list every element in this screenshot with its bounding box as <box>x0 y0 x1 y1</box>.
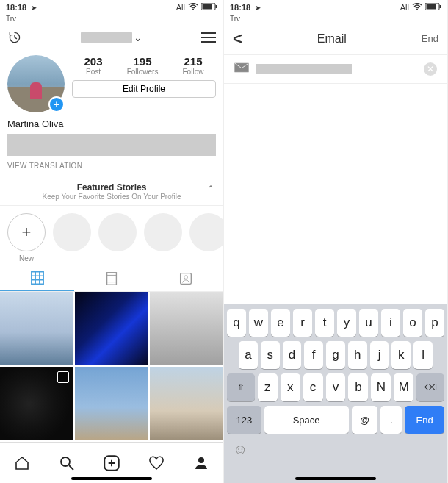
key-a[interactable]: a <box>239 341 258 369</box>
story-placeholder[interactable] <box>189 213 223 262</box>
clear-button[interactable]: ✕ <box>424 62 437 76</box>
left-phone: 18:18 ➤ All Trv ⌄ + <box>0 0 224 483</box>
key-t[interactable]: t <box>315 309 334 337</box>
key-u[interactable]: u <box>359 309 378 337</box>
nav-add[interactable] <box>102 454 121 473</box>
key-⇧[interactable]: ⇧ <box>227 373 255 401</box>
grid-photo[interactable] <box>75 292 148 365</box>
key-j[interactable]: j <box>370 341 389 369</box>
story-placeholder[interactable] <box>144 213 182 262</box>
key-e[interactable]: e <box>271 309 290 337</box>
email-value-redacted[interactable] <box>256 64 352 74</box>
key-y[interactable]: y <box>337 309 356 337</box>
wifi-icon <box>412 3 422 12</box>
key-c[interactable]: c <box>303 373 323 401</box>
key-end[interactable]: End <box>405 406 444 434</box>
story-placeholder[interactable] <box>53 213 91 262</box>
menu-button[interactable] <box>201 32 216 43</box>
key-f[interactable]: f <box>304 341 323 369</box>
status-bar: 18:18 ➤ All <box>224 0 447 15</box>
key-w[interactable]: w <box>249 309 268 337</box>
story-row: + New <box>0 206 223 265</box>
nav-profile[interactable] <box>192 454 211 473</box>
history-icon[interactable] <box>7 30 22 45</box>
battery-icon <box>425 3 441 12</box>
avatar[interactable]: + <box>7 55 65 112</box>
key-b[interactable]: b <box>348 373 368 401</box>
nav-activity[interactable] <box>147 454 166 473</box>
nav-home[interactable] <box>12 454 32 473</box>
stat-followers[interactable]: 195 Followers <box>127 55 159 76</box>
key-⌫[interactable]: ⌫ <box>416 373 444 401</box>
grid-photo[interactable] <box>75 367 148 440</box>
add-story-badge[interactable]: + <box>48 96 65 112</box>
emoji-button[interactable]: ☺ <box>227 438 444 458</box>
edit-profile-button[interactable]: Edit Profile <box>72 80 216 98</box>
svg-rect-18 <box>440 5 441 8</box>
svg-line-10 <box>69 465 73 470</box>
stat-posts[interactable]: 203 Post <box>84 55 103 76</box>
key-numbers[interactable]: 123 <box>227 406 261 434</box>
wifi-icon <box>188 3 198 12</box>
key-x[interactable]: x <box>281 373 300 401</box>
svg-point-9 <box>61 457 70 466</box>
chevron-up-icon[interactable]: ⌃ <box>207 184 214 194</box>
key-l[interactable]: l <box>413 341 433 369</box>
key-h[interactable]: h <box>348 341 367 369</box>
svg-point-0 <box>192 9 194 10</box>
nav-search[interactable] <box>57 454 76 473</box>
home-indicator[interactable] <box>71 477 152 480</box>
key-q[interactable]: q <box>227 309 246 337</box>
keyboard: qwertyuiop asdfghjkl ⇧zxcvbNM⌫ 123 Space… <box>224 304 447 483</box>
tab-tagged[interactable] <box>149 265 223 291</box>
home-indicator[interactable] <box>295 477 376 480</box>
key-space[interactable]: Space <box>264 406 349 434</box>
username-redacted <box>81 32 132 43</box>
status-bar: 18:18 ➤ All <box>0 0 223 15</box>
key-z[interactable]: z <box>258 373 278 401</box>
key-p[interactable]: p <box>425 309 444 337</box>
key-at[interactable]: @ <box>352 406 378 434</box>
bottom-nav <box>0 442 223 483</box>
grid-photo[interactable] <box>0 367 73 440</box>
featured-title: Featured Stories <box>7 182 216 193</box>
svg-rect-17 <box>427 4 436 10</box>
grid-photo[interactable] <box>150 367 223 440</box>
key-M[interactable]: M <box>394 373 413 401</box>
svg-rect-3 <box>216 5 217 8</box>
key-N[interactable]: N <box>371 373 391 401</box>
username-dropdown[interactable]: ⌄ <box>81 32 142 43</box>
status-right: All <box>400 3 441 12</box>
status-time: 18:18 <box>6 3 26 12</box>
display-name: Martina Oliva <box>0 115 223 131</box>
key-v[interactable]: v <box>326 373 346 401</box>
back-button[interactable]: < <box>233 29 242 49</box>
story-placeholder[interactable] <box>98 213 137 262</box>
key-r[interactable]: r <box>293 309 312 337</box>
grid-photo[interactable] <box>150 292 223 365</box>
back-try[interactable]: Trv <box>224 15 447 23</box>
chevron-down-icon: ⌄ <box>134 32 142 43</box>
back-try[interactable]: Trv <box>0 15 223 23</box>
key-g[interactable]: g <box>326 341 345 369</box>
key-dot[interactable]: . <box>380 406 402 434</box>
key-o[interactable]: o <box>403 309 422 337</box>
key-d[interactable]: d <box>283 341 302 369</box>
stat-following[interactable]: 215 Follow <box>183 55 204 76</box>
right-phone: 18:18 ➤ All Trv < Email End ✕ qwertyuiop… <box>224 0 448 483</box>
key-i[interactable]: i <box>381 309 400 337</box>
plus-icon: + <box>7 213 46 251</box>
status-right: All <box>176 3 217 12</box>
key-s[interactable]: s <box>261 341 280 369</box>
key-k[interactable]: k <box>391 341 411 369</box>
page-title: Email <box>242 32 422 46</box>
grid-photo[interactable] <box>0 292 73 365</box>
end-button[interactable]: End <box>422 33 438 44</box>
story-new[interactable]: + New <box>7 213 46 262</box>
email-input-row: ✕ <box>224 55 447 84</box>
view-translation[interactable]: VIEW TRANSLATION <box>0 159 223 176</box>
featured-subtitle: Keep Your Favorite Stories On Your Profi… <box>7 193 216 201</box>
photo-grid <box>0 292 223 440</box>
tab-grid[interactable] <box>0 265 74 291</box>
tab-feed[interactable] <box>74 265 148 291</box>
